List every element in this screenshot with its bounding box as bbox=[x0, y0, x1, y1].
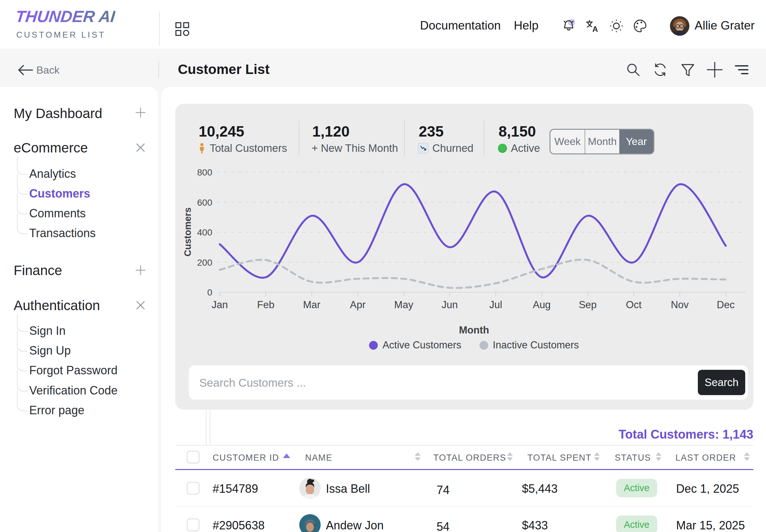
svg-text:Nov: Nov bbox=[671, 299, 689, 310]
column-header-total-spent[interactable]: TOTAL SPENT bbox=[528, 453, 592, 463]
table-header-underline bbox=[175, 469, 753, 470]
close-icon[interactable] bbox=[134, 141, 147, 154]
svg-text:Oct: Oct bbox=[626, 299, 642, 310]
sun-icon[interactable] bbox=[609, 18, 624, 34]
column-header-last-order[interactable]: LAST ORDER bbox=[675, 453, 736, 463]
chart-legend: Active Customers Inactive Customers bbox=[219, 339, 729, 351]
cell-name: Issa Bell bbox=[326, 482, 370, 496]
svg-text:400: 400 bbox=[197, 227, 212, 237]
row-checkbox[interactable] bbox=[187, 482, 200, 495]
plus-icon[interactable] bbox=[134, 106, 147, 119]
range-toggle: Week Month Year bbox=[550, 129, 654, 154]
sidebar-item-transactions[interactable]: Transactions bbox=[29, 226, 96, 240]
sidebar-item-error-page[interactable]: Error page bbox=[29, 404, 84, 417]
toggle-year[interactable]: Year bbox=[619, 130, 653, 153]
stat-churned-label: Churned bbox=[418, 142, 474, 154]
refresh-icon[interactable] bbox=[652, 61, 669, 78]
tree-connector bbox=[17, 213, 28, 234]
sort-icons[interactable] bbox=[744, 452, 750, 461]
card-table-connector bbox=[206, 410, 210, 445]
stat-divider bbox=[298, 121, 299, 156]
svg-text:Sep: Sep bbox=[579, 299, 597, 310]
sidebar-item-forgot-password[interactable]: Forgot Password bbox=[29, 364, 117, 377]
sidebar-item-analytics[interactable]: Analytics bbox=[29, 167, 76, 181]
sidebar-section-my-dashboard[interactable]: My Dashboard bbox=[14, 106, 102, 121]
person-icon bbox=[198, 143, 206, 154]
svg-text:200: 200 bbox=[197, 258, 212, 268]
svg-text:Customers: Customers bbox=[182, 207, 193, 257]
translate-icon[interactable]: A bbox=[585, 18, 600, 34]
user-avatar[interactable] bbox=[670, 16, 689, 36]
svg-text:Apr: Apr bbox=[350, 299, 365, 310]
legend-active-customers[interactable]: Active Customers bbox=[369, 339, 461, 351]
stat-active-value: 8,150 bbox=[499, 123, 536, 140]
plus-icon[interactable] bbox=[134, 264, 147, 276]
svg-text:Jul: Jul bbox=[489, 299, 502, 310]
search-button[interactable]: Search bbox=[698, 370, 745, 395]
stat-new-this-month-label: + New This Month bbox=[311, 142, 398, 154]
search-icon[interactable] bbox=[625, 61, 642, 78]
stat-active-label: Active bbox=[498, 142, 540, 154]
row-checkbox[interactable] bbox=[187, 518, 200, 531]
tree-connector bbox=[17, 370, 28, 392]
sort-ascending-icon[interactable] bbox=[283, 453, 290, 458]
stat-total-customers-value: 10,245 bbox=[199, 123, 244, 140]
sidebar-item-customers[interactable]: Customers bbox=[29, 187, 90, 200]
svg-text:Dec: Dec bbox=[717, 299, 735, 310]
customer-search-bar: Search bbox=[189, 365, 748, 400]
back-button[interactable]: Back bbox=[36, 64, 59, 76]
column-header-name[interactable]: NAME bbox=[305, 453, 332, 463]
cell-total-orders: 54 bbox=[437, 520, 450, 532]
app-logo: THUNDER AI bbox=[15, 7, 116, 26]
sort-icons[interactable] bbox=[507, 452, 513, 461]
cell-total-spent: $433 bbox=[522, 519, 548, 532]
select-all-checkbox[interactable] bbox=[187, 451, 200, 464]
chart-down-icon bbox=[418, 143, 429, 153]
tree-connector bbox=[17, 314, 28, 332]
bell-icon[interactable] bbox=[561, 18, 577, 34]
toggle-week[interactable]: Week bbox=[551, 130, 585, 153]
svg-text:0: 0 bbox=[207, 287, 212, 297]
app-subtitle: CUSTOMER LIST bbox=[16, 30, 105, 40]
cell-customer-id: #154789 bbox=[213, 482, 258, 496]
user-name: Allie Grater bbox=[695, 19, 755, 32]
palette-icon[interactable] bbox=[632, 18, 648, 34]
grid-apps-icon[interactable] bbox=[175, 21, 190, 37]
menu-lines-icon[interactable] bbox=[733, 61, 750, 78]
toggle-month[interactable]: Month bbox=[585, 130, 619, 153]
legend-inactive-customers[interactable]: Inactive Customers bbox=[480, 339, 579, 351]
column-header-total-orders[interactable]: TOTAL ORDERS bbox=[433, 453, 506, 463]
column-header-status[interactable]: STATUS bbox=[615, 453, 651, 463]
search-input[interactable] bbox=[199, 365, 693, 400]
sidebar-item-verification-code[interactable]: Verification Code bbox=[29, 384, 117, 397]
header-divider bbox=[159, 11, 160, 45]
cell-total-orders: 74 bbox=[437, 483, 450, 497]
sort-icons[interactable] bbox=[656, 452, 662, 461]
column-header-customer-id[interactable]: CUSTOMER ID bbox=[213, 453, 279, 463]
cell-name: Andew Jon bbox=[326, 519, 384, 532]
chart-xaxis-title: Month bbox=[219, 324, 729, 336]
close-icon[interactable] bbox=[134, 299, 147, 311]
back-arrow-icon[interactable] bbox=[17, 64, 34, 77]
sidebar-section-authentication[interactable]: Authentication bbox=[14, 298, 100, 313]
sort-icons[interactable] bbox=[415, 452, 421, 461]
svg-text:Aug: Aug bbox=[533, 299, 551, 310]
tree-connector bbox=[17, 174, 28, 195]
cell-last-order: Dec 1, 2025 bbox=[676, 482, 739, 496]
plus-icon[interactable] bbox=[706, 61, 723, 78]
legend-dot-active bbox=[369, 341, 378, 350]
sidebar-section-ecommerce[interactable]: eCommerce bbox=[14, 140, 88, 156]
stat-churned-value: 235 bbox=[419, 123, 444, 140]
status-badge: Active bbox=[616, 515, 657, 532]
filter-icon[interactable] bbox=[679, 61, 696, 78]
status-badge: Active bbox=[616, 479, 657, 497]
sort-icons[interactable] bbox=[594, 452, 600, 461]
stat-total-customers-label: Total Customers bbox=[198, 142, 287, 154]
sidebar-item-sign-up[interactable]: Sign Up bbox=[29, 344, 71, 357]
sidebar-section-finance[interactable]: Finance bbox=[14, 263, 62, 278]
sidebar-item-sign-in[interactable]: Sign In bbox=[29, 324, 66, 338]
nav-documentation[interactable]: Documentation bbox=[420, 19, 501, 32]
nav-help[interactable]: Help bbox=[514, 19, 539, 32]
legend-dot-inactive bbox=[480, 341, 488, 350]
sidebar-item-comments[interactable]: Comments bbox=[29, 207, 86, 220]
